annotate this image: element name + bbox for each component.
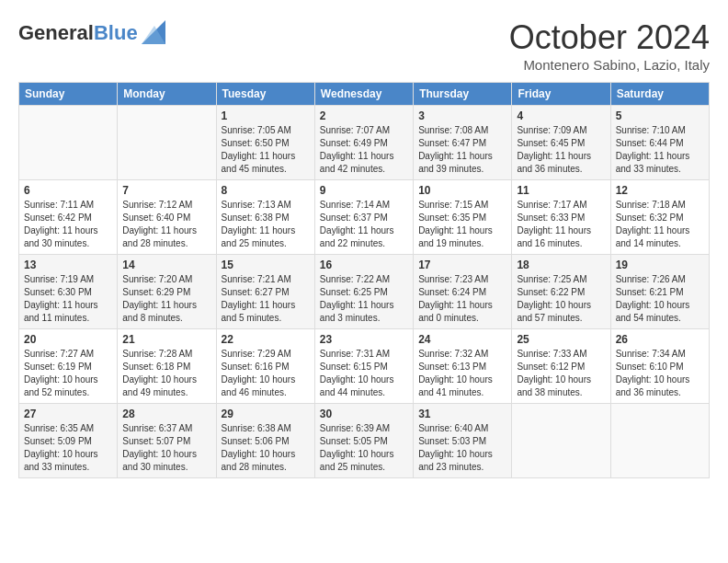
day-info: Sunrise: 7:09 AM Sunset: 6:45 PM Dayligh… bbox=[517, 124, 605, 176]
day-number: 4 bbox=[517, 109, 605, 122]
day-info: Sunrise: 7:15 AM Sunset: 6:35 PM Dayligh… bbox=[418, 199, 506, 250]
table-row: 9Sunrise: 7:14 AM Sunset: 6:37 PM Daylig… bbox=[314, 180, 413, 255]
day-info: Sunrise: 7:05 AM Sunset: 6:50 PM Dayligh… bbox=[222, 124, 310, 176]
table-row: 13Sunrise: 7:19 AM Sunset: 6:30 PM Dayli… bbox=[19, 255, 118, 329]
day-number: 25 bbox=[517, 333, 605, 346]
header-monday: Monday bbox=[118, 83, 216, 106]
table-row: 1Sunrise: 7:05 AM Sunset: 6:50 PM Daylig… bbox=[216, 106, 314, 180]
week-row-1: 1Sunrise: 7:05 AM Sunset: 6:50 PM Daylig… bbox=[19, 106, 710, 180]
day-info: Sunrise: 7:29 AM Sunset: 6:16 PM Dayligh… bbox=[222, 348, 310, 399]
title-block: October 2024 Montenero Sabino, Lazio, It… bbox=[509, 18, 710, 73]
calendar-header-row: Sunday Monday Tuesday Wednesday Thursday… bbox=[19, 83, 710, 106]
table-row: 20Sunrise: 7:27 AM Sunset: 6:19 PM Dayli… bbox=[19, 329, 118, 404]
table-row: 2Sunrise: 7:07 AM Sunset: 6:49 PM Daylig… bbox=[314, 106, 413, 180]
table-row: 10Sunrise: 7:15 AM Sunset: 6:35 PM Dayli… bbox=[414, 180, 512, 255]
month-title: October 2024 bbox=[509, 18, 710, 57]
header-saturday: Saturday bbox=[610, 83, 709, 106]
table-row: 4Sunrise: 7:09 AM Sunset: 6:45 PM Daylig… bbox=[512, 106, 610, 180]
table-row: 18Sunrise: 7:25 AM Sunset: 6:22 PM Dayli… bbox=[512, 255, 610, 329]
calendar-table: Sunday Monday Tuesday Wednesday Thursday… bbox=[18, 82, 710, 478]
day-number: 7 bbox=[122, 184, 210, 197]
table-row: 12Sunrise: 7:18 AM Sunset: 6:32 PM Dayli… bbox=[610, 180, 709, 255]
location-subtitle: Montenero Sabino, Lazio, Italy bbox=[509, 57, 710, 73]
day-number: 12 bbox=[616, 184, 704, 197]
table-row: 15Sunrise: 7:21 AM Sunset: 6:27 PM Dayli… bbox=[216, 255, 314, 329]
day-number: 6 bbox=[24, 184, 112, 197]
table-row: 24Sunrise: 7:32 AM Sunset: 6:13 PM Dayli… bbox=[414, 329, 512, 404]
table-row: 11Sunrise: 7:17 AM Sunset: 6:33 PM Dayli… bbox=[512, 180, 610, 255]
day-number: 21 bbox=[122, 333, 210, 346]
day-number: 5 bbox=[616, 109, 704, 122]
logo-icon bbox=[142, 20, 165, 48]
day-info: Sunrise: 7:21 AM Sunset: 6:27 PM Dayligh… bbox=[222, 273, 310, 325]
table-row: 5Sunrise: 7:10 AM Sunset: 6:44 PM Daylig… bbox=[610, 106, 709, 180]
table-row: 22Sunrise: 7:29 AM Sunset: 6:16 PM Dayli… bbox=[216, 329, 314, 404]
day-number: 1 bbox=[222, 109, 310, 122]
week-row-3: 13Sunrise: 7:19 AM Sunset: 6:30 PM Dayli… bbox=[19, 255, 710, 329]
table-row: 31Sunrise: 6:40 AM Sunset: 5:03 PM Dayli… bbox=[414, 404, 512, 478]
day-info: Sunrise: 6:38 AM Sunset: 5:06 PM Dayligh… bbox=[222, 422, 310, 474]
day-info: Sunrise: 7:08 AM Sunset: 6:47 PM Dayligh… bbox=[418, 124, 506, 176]
table-row: 23Sunrise: 7:31 AM Sunset: 6:15 PM Dayli… bbox=[314, 329, 413, 404]
table-row: 8Sunrise: 7:13 AM Sunset: 6:38 PM Daylig… bbox=[216, 180, 314, 255]
day-info: Sunrise: 7:07 AM Sunset: 6:49 PM Dayligh… bbox=[320, 124, 408, 176]
day-number: 30 bbox=[320, 408, 408, 420]
table-row: 27Sunrise: 6:35 AM Sunset: 5:09 PM Dayli… bbox=[19, 404, 118, 478]
day-info: Sunrise: 6:39 AM Sunset: 5:05 PM Dayligh… bbox=[320, 422, 408, 474]
day-number: 18 bbox=[517, 259, 605, 271]
header-sunday: Sunday bbox=[19, 83, 118, 106]
table-row: 16Sunrise: 7:22 AM Sunset: 6:25 PM Dayli… bbox=[314, 255, 413, 329]
day-info: Sunrise: 7:20 AM Sunset: 6:29 PM Dayligh… bbox=[122, 273, 210, 325]
day-info: Sunrise: 7:12 AM Sunset: 6:40 PM Dayligh… bbox=[122, 199, 210, 250]
table-row: 26Sunrise: 7:34 AM Sunset: 6:10 PM Dayli… bbox=[610, 329, 709, 404]
day-info: Sunrise: 7:28 AM Sunset: 6:18 PM Dayligh… bbox=[122, 348, 210, 399]
page-header: GeneralBlue October 2024 Montenero Sabin… bbox=[18, 18, 710, 73]
week-row-2: 6Sunrise: 7:11 AM Sunset: 6:42 PM Daylig… bbox=[19, 180, 710, 255]
day-number: 2 bbox=[320, 109, 408, 122]
day-number: 29 bbox=[222, 408, 310, 420]
day-number: 19 bbox=[616, 259, 704, 271]
day-info: Sunrise: 7:22 AM Sunset: 6:25 PM Dayligh… bbox=[320, 273, 408, 325]
day-info: Sunrise: 6:40 AM Sunset: 5:03 PM Dayligh… bbox=[418, 422, 506, 474]
day-info: Sunrise: 6:37 AM Sunset: 5:07 PM Dayligh… bbox=[122, 422, 210, 474]
day-number: 20 bbox=[24, 333, 112, 346]
week-row-5: 27Sunrise: 6:35 AM Sunset: 5:09 PM Dayli… bbox=[19, 404, 710, 478]
day-number: 15 bbox=[222, 259, 310, 271]
table-row bbox=[118, 106, 216, 180]
table-row: 17Sunrise: 7:23 AM Sunset: 6:24 PM Dayli… bbox=[414, 255, 512, 329]
day-number: 17 bbox=[418, 259, 506, 271]
day-info: Sunrise: 7:11 AM Sunset: 6:42 PM Dayligh… bbox=[24, 199, 112, 250]
logo: GeneralBlue bbox=[18, 18, 165, 48]
day-info: Sunrise: 7:19 AM Sunset: 6:30 PM Dayligh… bbox=[24, 273, 112, 325]
header-wednesday: Wednesday bbox=[314, 83, 413, 106]
day-number: 9 bbox=[320, 184, 408, 197]
day-info: Sunrise: 7:17 AM Sunset: 6:33 PM Dayligh… bbox=[517, 199, 605, 250]
day-number: 3 bbox=[418, 109, 506, 122]
day-number: 23 bbox=[320, 333, 408, 346]
header-thursday: Thursday bbox=[414, 83, 512, 106]
day-info: Sunrise: 7:23 AM Sunset: 6:24 PM Dayligh… bbox=[418, 273, 506, 325]
day-info: Sunrise: 7:26 AM Sunset: 6:21 PM Dayligh… bbox=[616, 273, 704, 325]
day-number: 16 bbox=[320, 259, 408, 271]
table-row: 14Sunrise: 7:20 AM Sunset: 6:29 PM Dayli… bbox=[118, 255, 216, 329]
day-info: Sunrise: 7:14 AM Sunset: 6:37 PM Dayligh… bbox=[320, 199, 408, 250]
day-number: 24 bbox=[418, 333, 506, 346]
day-number: 11 bbox=[517, 184, 605, 197]
day-info: Sunrise: 7:33 AM Sunset: 6:12 PM Dayligh… bbox=[517, 348, 605, 399]
week-row-4: 20Sunrise: 7:27 AM Sunset: 6:19 PM Dayli… bbox=[19, 329, 710, 404]
day-number: 13 bbox=[24, 259, 112, 271]
day-info: Sunrise: 7:27 AM Sunset: 6:19 PM Dayligh… bbox=[24, 348, 112, 399]
logo-text: GeneralBlue bbox=[18, 22, 138, 44]
day-number: 14 bbox=[122, 259, 210, 271]
table-row: 29Sunrise: 6:38 AM Sunset: 5:06 PM Dayli… bbox=[216, 404, 314, 478]
table-row bbox=[610, 404, 709, 478]
table-row bbox=[512, 404, 610, 478]
day-info: Sunrise: 7:32 AM Sunset: 6:13 PM Dayligh… bbox=[418, 348, 506, 399]
table-row: 25Sunrise: 7:33 AM Sunset: 6:12 PM Dayli… bbox=[512, 329, 610, 404]
day-number: 26 bbox=[616, 333, 704, 346]
table-row: 7Sunrise: 7:12 AM Sunset: 6:40 PM Daylig… bbox=[118, 180, 216, 255]
table-row: 6Sunrise: 7:11 AM Sunset: 6:42 PM Daylig… bbox=[19, 180, 118, 255]
table-row: 3Sunrise: 7:08 AM Sunset: 6:47 PM Daylig… bbox=[414, 106, 512, 180]
day-info: Sunrise: 7:13 AM Sunset: 6:38 PM Dayligh… bbox=[222, 199, 310, 250]
day-number: 10 bbox=[418, 184, 506, 197]
